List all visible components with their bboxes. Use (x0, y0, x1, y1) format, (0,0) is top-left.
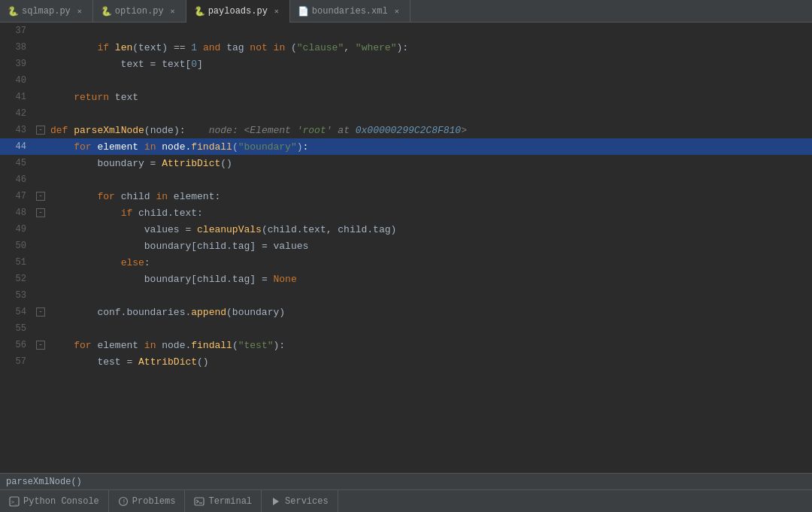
line-number: 49 (0, 221, 34, 238)
bottom-toolbar: >_ Python Console ! Problems Terminal (0, 489, 812, 512)
table-row: 40 (0, 72, 812, 89)
table-row: 43 - def parseXmlNode(node): node: <Elem… (0, 122, 812, 138)
fold-col (34, 271, 47, 287)
line-number: 45 (0, 155, 34, 171)
code-line: boundary[child.tag] = None (47, 271, 812, 287)
python-console-label: Python Console (23, 496, 99, 507)
table-row: 51 else: (0, 254, 812, 271)
table-row: 39 text = text[0] (0, 56, 812, 72)
bottom-tab-services[interactable]: Services (262, 490, 338, 513)
fold-icon[interactable]: - (36, 192, 45, 201)
table-row: 49 values = cleanupVals(child.text, chil… (0, 221, 812, 238)
fold-col (34, 39, 47, 56)
fold-col (34, 238, 47, 254)
sqlmap-icon: 🐍 (8, 6, 18, 17)
tab-payloads[interactable]: 🐍 payloads.py ✕ (186, 0, 290, 23)
line-number: 47 (0, 188, 34, 204)
table-row: 42 (0, 105, 812, 122)
table-row: 53 (0, 287, 812, 304)
code-line: for element in node.findall("test"): (47, 337, 812, 353)
fold-col[interactable]: - (34, 122, 47, 138)
bottom-tab-terminal[interactable]: Terminal (185, 490, 262, 513)
svg-marker-6 (273, 498, 279, 505)
fold-icon[interactable]: - (36, 208, 45, 217)
fold-col (34, 353, 47, 370)
code-line: for child in element: (47, 188, 812, 204)
code-line (47, 72, 812, 89)
table-row: 45 boundary = AttribDict() (0, 155, 812, 171)
python-console-icon: >_ (9, 496, 20, 507)
code-line (47, 105, 812, 122)
line-number: 55 (0, 320, 34, 337)
table-row: 46 (0, 171, 812, 188)
code-line (47, 287, 812, 304)
services-label: Services (285, 496, 329, 507)
table-row: 50 boundary[child.tag] = values (0, 238, 812, 254)
line-number: 44 (0, 138, 34, 155)
fold-icon[interactable]: - (36, 308, 45, 317)
fold-col (34, 138, 47, 155)
status-text: parseXmlNode() (6, 477, 82, 487)
code-line (47, 320, 812, 337)
table-row: 56 - for element in node.findall("test")… (0, 337, 812, 353)
code-line: boundary[child.tag] = values (47, 238, 812, 254)
table-row: 44 for element in node.findall("boundary… (0, 138, 812, 155)
code-scroll[interactable]: 37 38 if len(text) == 1 and tag not in (… (0, 23, 812, 473)
code-line: text = text[0] (47, 56, 812, 72)
tab-sqlmap[interactable]: 🐍 sqlmap.py ✕ (0, 0, 93, 23)
table-row: 37 (0, 23, 812, 39)
fold-col[interactable]: - (34, 204, 47, 221)
code-line (47, 23, 812, 39)
tab-payloads-label: payloads.py (208, 6, 268, 17)
tab-sqlmap-label: sqlmap.py (22, 6, 71, 17)
code-line: def parseXmlNode(node): node: <Element '… (47, 122, 812, 138)
fold-col (34, 221, 47, 238)
code-editor: 37 38 if len(text) == 1 and tag not in (… (0, 23, 812, 473)
code-line: if child.text: (47, 204, 812, 221)
services-icon (271, 496, 281, 507)
bottom-tab-problems[interactable]: ! Problems (109, 490, 186, 513)
tab-boundaries-label: boundaries.xml (312, 6, 388, 17)
boundaries-icon: 📄 (298, 6, 308, 17)
line-number: 53 (0, 287, 34, 304)
table-row: 38 if len(text) == 1 and tag not in ("cl… (0, 39, 812, 56)
tab-payloads-close[interactable]: ✕ (271, 6, 282, 17)
line-number: 38 (0, 39, 34, 56)
tab-option-label: option.py (115, 6, 164, 17)
line-number: 46 (0, 171, 34, 188)
fold-col[interactable]: - (34, 304, 47, 320)
code-line: else: (47, 254, 812, 271)
fold-col[interactable]: - (34, 188, 47, 204)
tab-option[interactable]: 🐍 option.py ✕ (93, 0, 186, 23)
fold-icon[interactable]: - (36, 126, 45, 135)
code-line: values = cleanupVals(child.text, child.t… (47, 221, 812, 238)
code-line: test = AttribDict() (47, 353, 812, 370)
problems-icon: ! (118, 496, 129, 507)
line-number: 54 (0, 304, 34, 320)
payloads-icon: 🐍 (194, 6, 205, 17)
table-row: 41 return text (0, 89, 812, 105)
line-number: 51 (0, 254, 34, 271)
fold-col[interactable]: - (34, 337, 47, 353)
fold-col (34, 320, 47, 337)
line-number: 48 (0, 204, 34, 221)
status-bar: parseXmlNode() (0, 473, 812, 489)
fold-col (34, 23, 47, 39)
table-row: 52 boundary[child.tag] = None (0, 271, 812, 287)
line-number: 43 (0, 122, 34, 138)
fold-icon[interactable]: - (36, 341, 45, 350)
tab-option-close[interactable]: ✕ (168, 6, 178, 17)
tab-boundaries-close[interactable]: ✕ (392, 6, 402, 17)
code-line: if len(text) == 1 and tag not in ("claus… (47, 39, 812, 56)
bottom-tab-python-console[interactable]: >_ Python Console (0, 490, 109, 513)
tab-sqlmap-close[interactable]: ✕ (74, 6, 85, 17)
code-line: return text (47, 89, 812, 105)
option-icon: 🐍 (101, 6, 111, 17)
terminal-label: Terminal (208, 496, 252, 507)
code-line: for element in node.findall("boundary"): (47, 138, 812, 155)
tab-boundaries[interactable]: 📄 boundaries.xml ✕ (290, 0, 411, 23)
line-number: 57 (0, 353, 34, 370)
fold-col (34, 287, 47, 304)
code-table: 37 38 if len(text) == 1 and tag not in (… (0, 23, 812, 370)
line-number: 50 (0, 238, 34, 254)
